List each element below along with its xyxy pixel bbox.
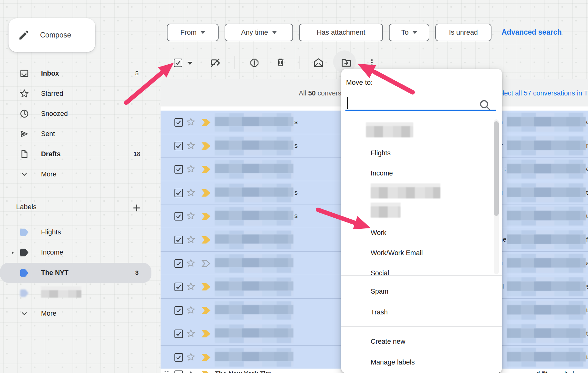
filter-chip-any-time[interactable]: Any time bbox=[225, 24, 293, 41]
filter-chip-has-attachment[interactable]: Has attachment bbox=[299, 24, 383, 41]
blurred-snippet bbox=[507, 150, 586, 155]
sidebar-item-drafts[interactable]: Drafts 18 bbox=[0, 144, 151, 164]
row-checkbox[interactable] bbox=[174, 259, 183, 268]
expand-label-icon[interactable] bbox=[10, 250, 15, 255]
row-checkbox[interactable] bbox=[174, 353, 183, 362]
compose-button[interactable]: Compose bbox=[9, 18, 95, 52]
move-to-icon[interactable] bbox=[341, 57, 352, 68]
more-options-icon[interactable] bbox=[367, 58, 377, 67]
row-checkbox[interactable] bbox=[174, 212, 183, 221]
filter-chip-from[interactable]: From bbox=[167, 24, 219, 41]
blurred-sender bbox=[215, 301, 293, 305]
menu-item-trash[interactable]: Trash bbox=[341, 302, 493, 322]
importance-marker-icon[interactable] bbox=[202, 142, 211, 150]
sidebar-label-income[interactable]: Income bbox=[0, 243, 151, 263]
row-checkbox[interactable] bbox=[174, 189, 183, 197]
menu-item-create-new[interactable]: Create new bbox=[341, 331, 493, 352]
star-icon[interactable] bbox=[186, 235, 195, 244]
blurred-sender bbox=[215, 113, 293, 117]
drag-handle-icon[interactable] bbox=[164, 370, 169, 373]
menu-item-work-work-email[interactable]: Work/Work Email bbox=[341, 243, 493, 263]
remove-label-icon[interactable] bbox=[209, 57, 221, 68]
sidebar-item-snoozed[interactable]: Snoozed bbox=[0, 104, 151, 124]
row-checkbox[interactable] bbox=[174, 370, 183, 373]
blurred-snippet bbox=[507, 127, 586, 132]
menu-item-social[interactable]: Social bbox=[341, 263, 493, 275]
search-icon[interactable] bbox=[479, 99, 491, 111]
sidebar-item-inbox[interactable]: Inbox 5 bbox=[0, 63, 151, 83]
filter-chip-is-unread[interactable]: Is unread bbox=[435, 24, 491, 41]
row-checkbox[interactable] bbox=[174, 118, 183, 127]
select-all-link[interactable]: Select all 57 conversations in The NYT bbox=[494, 89, 588, 97]
row-checkbox[interactable] bbox=[174, 283, 183, 291]
star-icon[interactable] bbox=[186, 118, 195, 126]
star-icon[interactable] bbox=[186, 164, 195, 173]
star-icon[interactable] bbox=[186, 141, 195, 150]
menu-item-income[interactable]: Income bbox=[341, 163, 493, 183]
sidebar-label-the-nyt[interactable]: The NYT 3 bbox=[0, 263, 151, 283]
blurred-snippet bbox=[507, 234, 586, 244]
importance-marker-icon[interactable] bbox=[202, 260, 211, 267]
row-checkbox[interactable] bbox=[174, 306, 183, 315]
row-checkbox[interactable] bbox=[174, 165, 183, 174]
menu-item-flights[interactable]: Flights bbox=[341, 143, 493, 163]
text-fragment: t bbox=[586, 353, 588, 361]
sidebar-item-more[interactable]: More bbox=[0, 164, 151, 184]
text-fragment: a bbox=[586, 259, 588, 267]
importance-marker-icon[interactable] bbox=[202, 354, 211, 361]
blurred-label-item[interactable] bbox=[371, 187, 440, 198]
blurred-sender bbox=[215, 338, 293, 343]
blurred-sender bbox=[215, 150, 293, 155]
mark-read-icon[interactable] bbox=[313, 57, 324, 68]
importance-marker-icon[interactable] bbox=[202, 213, 211, 220]
blurred-sender bbox=[215, 160, 293, 164]
text-fragment: s bbox=[294, 189, 298, 196]
sidebar-item-sent[interactable]: Sent bbox=[0, 124, 151, 144]
importance-marker-icon[interactable] bbox=[202, 307, 211, 314]
sidebar-label-blurred[interactable] bbox=[0, 283, 151, 303]
menu-divider bbox=[341, 275, 502, 276]
sidebar-label-flights[interactable]: Flights bbox=[0, 222, 151, 242]
sidebar-labels-more[interactable]: More bbox=[0, 303, 151, 324]
star-icon[interactable] bbox=[186, 259, 195, 267]
importance-marker-icon[interactable] bbox=[202, 283, 211, 290]
importance-marker-icon[interactable] bbox=[202, 371, 211, 373]
menu-item-work[interactable]: Work bbox=[341, 223, 493, 243]
blurred-label-item[interactable] bbox=[366, 126, 413, 137]
importance-marker-icon[interactable] bbox=[202, 189, 211, 197]
advanced-search-link[interactable]: Advanced search bbox=[502, 28, 562, 37]
blurred-label-item[interactable] bbox=[371, 206, 401, 218]
report-spam-icon[interactable] bbox=[250, 58, 259, 68]
star-icon[interactable] bbox=[186, 306, 195, 314]
text-fragment: l bbox=[573, 370, 574, 373]
importance-marker-icon[interactable] bbox=[202, 330, 211, 337]
star-icon[interactable] bbox=[186, 353, 195, 361]
row-checkbox[interactable] bbox=[174, 142, 183, 150]
star-icon[interactable] bbox=[186, 370, 195, 373]
blurred-sender bbox=[215, 348, 293, 352]
menu-item-manage-labels[interactable]: Manage labels bbox=[341, 352, 493, 372]
importance-marker-icon[interactable] bbox=[202, 236, 211, 244]
star-icon[interactable] bbox=[186, 211, 195, 220]
star-icon[interactable] bbox=[186, 282, 195, 291]
row-checkbox[interactable] bbox=[174, 330, 183, 338]
blurred-sender bbox=[215, 207, 293, 211]
blurred-sender bbox=[215, 173, 293, 179]
delete-icon[interactable] bbox=[276, 57, 285, 67]
star-icon[interactable] bbox=[186, 188, 195, 197]
filter-chip-to[interactable]: To bbox=[389, 24, 429, 41]
importance-marker-icon[interactable] bbox=[202, 119, 211, 126]
menu-item-spam[interactable]: Spam bbox=[341, 281, 493, 301]
add-label-button[interactable] bbox=[132, 203, 141, 213]
select-all-checkbox[interactable] bbox=[174, 59, 182, 67]
sidebar-item-starred[interactable]: Starred bbox=[0, 83, 151, 104]
gmail-app: Compose Inbox 5 Starred Snoozed Sent Dra… bbox=[0, 0, 588, 373]
draft-icon bbox=[20, 149, 29, 159]
importance-marker-icon[interactable] bbox=[202, 166, 211, 173]
star-icon[interactable] bbox=[186, 329, 195, 338]
blurred-sender bbox=[215, 291, 293, 296]
label-search-input[interactable] bbox=[345, 94, 478, 109]
menu-scrollbar-thumb[interactable] bbox=[494, 121, 499, 216]
row-checkbox[interactable] bbox=[174, 236, 183, 244]
selection-caret-icon[interactable] bbox=[187, 62, 192, 65]
